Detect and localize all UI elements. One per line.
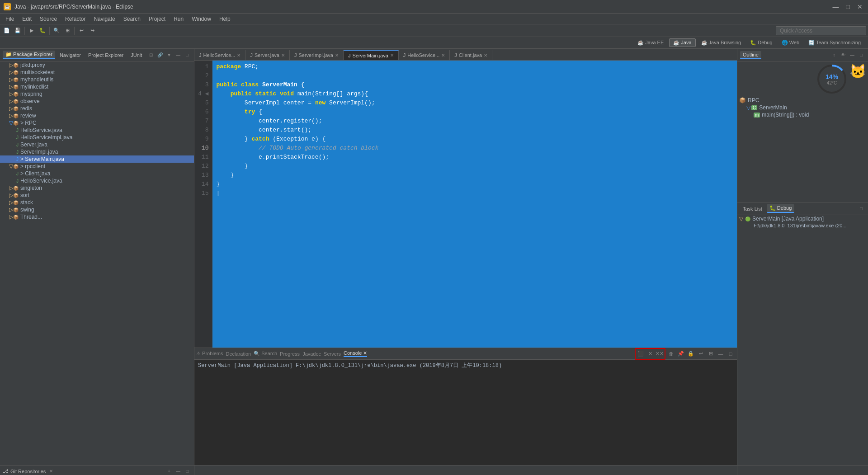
console-maximize-button[interactable]: □ [726, 349, 735, 358]
quick-access-input[interactable] [776, 26, 866, 35]
run-button[interactable]: ▶ [27, 26, 37, 36]
undo-button[interactable]: ↩ [76, 26, 86, 36]
code-editor[interactable]: 1 2 3 4 ◀ 5 6 7 8 9 10 11 12 13 14 15 [194, 61, 737, 348]
outline-maximize-button[interactable]: □ [857, 51, 865, 59]
tab-package-explorer[interactable]: 📁 Package Explorer [3, 51, 55, 59]
menu-refactor[interactable]: Refactor [61, 15, 89, 23]
tree-item-jdkdtproxy[interactable]: ▷ 📦 jdkdtproxy [0, 61, 194, 69]
problems-tab[interactable]: ⚠ Problems [196, 351, 223, 357]
tree-item-review[interactable]: ▷ 📦 review [0, 112, 194, 119]
console-minimize-button[interactable]: — [716, 349, 725, 358]
close-tab-server[interactable]: ✕ [281, 53, 285, 58]
close-tab-helloservice[interactable]: ✕ [237, 53, 241, 58]
menu-run[interactable]: Run [170, 15, 187, 23]
search-toolbar-button[interactable]: 🔍 [52, 26, 61, 36]
minimize-button[interactable]: — [831, 3, 841, 10]
close-tab-servermain[interactable]: ✕ [390, 53, 394, 58]
menu-source[interactable]: Source [36, 15, 61, 23]
tree-item-multisocketest[interactable]: ▷ 📦 multisocketest [0, 69, 194, 76]
tree-item-server[interactable]: J Server.java [0, 141, 194, 148]
outline-minimize-button[interactable]: — [848, 51, 856, 59]
tab-navigator[interactable]: Navigator [57, 52, 84, 59]
menu-window[interactable]: Window [188, 15, 215, 23]
outline-hide-button[interactable]: 👁 [839, 51, 847, 59]
tree-item-observe[interactable]: ▷ 📦 observe [0, 98, 194, 105]
tree-item-rpcclient[interactable]: ▽ 📦 > rpcclient [0, 163, 194, 170]
new-button[interactable]: 📄 [2, 26, 12, 36]
close-tab-helloservice2[interactable]: ✕ [441, 53, 445, 58]
outline-rpc[interactable]: 📦 RPC [737, 97, 868, 104]
console-scroll-lock-button[interactable]: 🔒 [686, 349, 695, 358]
javadoc-tab[interactable]: Javadoc [302, 351, 321, 357]
tree-item-myhandleutils[interactable]: ▷ 📦 myhandleutils [0, 76, 194, 83]
tree-item-stack[interactable]: ▷ 📦 stack [0, 199, 194, 206]
tree-item-singleton[interactable]: ▷ 📦 singleton [0, 184, 194, 192]
tab-debug[interactable]: 🐛 Debug [767, 204, 794, 213]
tree-item-myspring[interactable]: ▷ 📦 myspring [0, 90, 194, 98]
tree-item-rpc[interactable]: ▽ 📦 > RPC [0, 119, 194, 127]
declaration-tab[interactable]: Declaration [226, 351, 251, 357]
console-pin-button[interactable]: 📌 [676, 349, 685, 358]
collapse-all-button[interactable]: ⊟ [147, 51, 155, 59]
menu-navigate[interactable]: Navigate [90, 15, 118, 23]
menu-help[interactable]: Help [216, 15, 234, 23]
console-clear-button[interactable]: 🗑 [666, 349, 675, 358]
outline-servermain[interactable]: ▽ C ServerMain [737, 104, 868, 111]
menu-project[interactable]: Project [145, 15, 169, 23]
debug-maximize-button[interactable]: □ [857, 205, 865, 213]
menu-file[interactable]: File [2, 15, 18, 23]
tree-item-sort[interactable]: ▷ 📦 sort [0, 192, 194, 199]
tree-item-helloserviceimpl[interactable]: J HelloServiceImpl.java [0, 134, 194, 141]
tree-item-mylinkedlist[interactable]: ▷ 📦 mylinkedlist [0, 83, 194, 90]
git-minimize-button[interactable]: — [174, 467, 182, 475]
redo-button[interactable]: ↪ [87, 26, 97, 36]
perspective-java-ee[interactable]: ☕ Java EE [634, 39, 667, 47]
tree-item-swing[interactable]: ▷ 📦 swing [0, 206, 194, 213]
git-close[interactable]: ✕ [49, 469, 53, 474]
tree-item-client[interactable]: J > Client.java [0, 170, 194, 177]
menu-search[interactable]: Search [120, 15, 144, 23]
tab-helloservice[interactable]: J HelloService... ✕ [194, 50, 245, 60]
maximize-panel-button[interactable]: □ [183, 51, 191, 59]
link-with-editor-button[interactable]: 🔗 [156, 51, 164, 59]
tree-item-thread[interactable]: ▷ 📦 Thread... [0, 213, 194, 221]
tab-servermain[interactable]: J ServerMain.java ✕ [344, 50, 399, 60]
debug-minimize-button[interactable]: — [848, 205, 856, 213]
console-tab[interactable]: Console ✕ [344, 350, 367, 357]
tab-server[interactable]: J Server.java ✕ [245, 50, 290, 60]
outline-main-method[interactable]: m main(String[]) : void [737, 111, 868, 118]
disconnect-button[interactable]: ✕ [646, 349, 655, 358]
panel-menu-button[interactable]: ▼ [165, 51, 173, 59]
search-tab[interactable]: 🔍 Search [254, 351, 277, 357]
window-controls[interactable]: — □ ✕ [831, 3, 864, 10]
save-button[interactable]: 💾 [13, 26, 23, 36]
console-expand-button[interactable]: ⊞ [706, 349, 715, 358]
tree-item-helloservice2[interactable]: J HelloService.java [0, 177, 194, 184]
tree-item-servermain[interactable]: J > ServerMain.java [0, 155, 194, 163]
tree-item-redis[interactable]: ▷ 📦 redis [0, 105, 194, 112]
minimize-panel-button[interactable]: — [174, 51, 182, 59]
perspective-java-browsing[interactable]: ☕ Java Browsing [698, 39, 745, 47]
debug-servermain-app[interactable]: ▽ 🟢 ServerMain [Java Application] [737, 215, 868, 222]
close-tab-client[interactable]: ✕ [484, 53, 487, 58]
tab-client[interactable]: J Client.java ✕ [450, 50, 492, 60]
tab-outline[interactable]: Outline [740, 51, 761, 59]
perspective-team-sync[interactable]: 🔄 Team Synchronizing [805, 39, 864, 47]
servers-tab[interactable]: Servers [324, 351, 341, 357]
git-add-button[interactable]: + [165, 467, 173, 475]
remove-button[interactable]: ✕✕ [655, 349, 664, 358]
git-maximize-button[interactable]: □ [183, 467, 191, 475]
perspective-web[interactable]: 🌐 Web [778, 39, 803, 47]
tab-project-explorer[interactable]: Project Explorer [85, 52, 126, 59]
console-button[interactable]: ⊞ [62, 26, 72, 36]
console-wrap-button[interactable]: ↩ [696, 349, 705, 358]
perspective-debug[interactable]: 🐛 Debug [746, 39, 776, 47]
menu-edit[interactable]: Edit [19, 15, 35, 23]
debug-button[interactable]: 🐛 [38, 26, 47, 36]
code-content[interactable]: package RPC; public class ServerMain { p… [212, 61, 737, 348]
debug-javaw-process[interactable]: F:\jdk\jdk1.8.0_131\jre\bin\javaw.exe (2… [737, 222, 868, 229]
tab-task-list[interactable]: Task List [740, 205, 765, 212]
tab-junit[interactable]: JUnit [128, 52, 145, 59]
stop-button[interactable]: ⬛ [636, 349, 645, 358]
tree-item-serverimpl[interactable]: J ServerImpl.java [0, 148, 194, 155]
